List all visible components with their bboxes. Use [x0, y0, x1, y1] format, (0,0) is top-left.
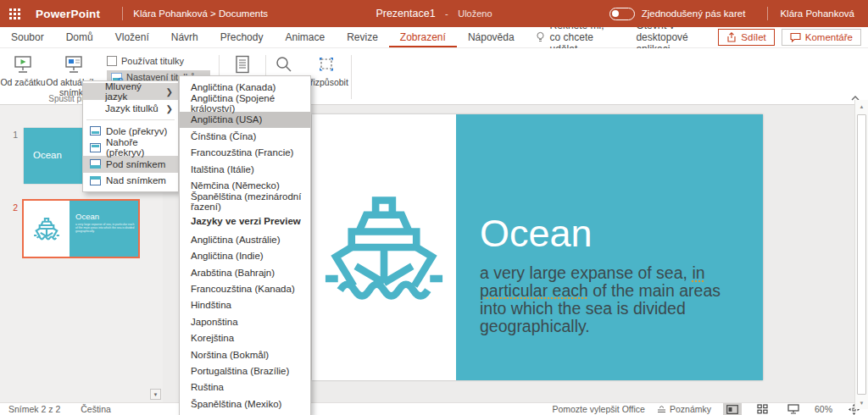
tab-animace[interactable]: Animace [274, 27, 336, 47]
breadcrumb[interactable]: Klára Pohanková > Documents [133, 8, 268, 19]
thumbnail-body-text: a very large expanse of sea, in particul… [75, 223, 135, 234]
language-option[interactable]: Španělština (mezinárodní řazení) [180, 194, 310, 210]
language-option[interactable]: Angličtina (Indie) [180, 248, 310, 264]
slideshow-play-icon [13, 53, 33, 75]
ship-icon [33, 215, 60, 242]
slide-indicator: Snímek 2 z 2 [8, 404, 60, 414]
notes-toggle-label: Poznámky [670, 404, 711, 414]
language-indicator[interactable]: Čeština [81, 404, 111, 414]
share-icon [726, 32, 737, 42]
slide-title[interactable]: Ocean [480, 214, 737, 252]
language-option-selected[interactable]: Angličtina (USA) [180, 112, 310, 128]
submenu-chevron-icon: ❯ [166, 104, 173, 113]
caption-settings-menu: Mluvený jazyk❯ Jazyk titulků❯ Dole (přek… [82, 80, 179, 192]
app-launcher-icon[interactable] [9, 8, 20, 19]
language-option[interactable]: Arabština (Bahrajn) [180, 264, 310, 280]
language-option[interactable]: Norština (Bokmål) [180, 346, 310, 362]
menu-item-below-slide[interactable]: Pod snímkem [83, 156, 178, 173]
language-option[interactable]: Angličtina (Austrálie) [180, 231, 310, 247]
language-option[interactable]: Angličtina (Spojené království) [180, 95, 310, 111]
tab-revize[interactable]: Revize [336, 27, 389, 47]
thumbnail-scroll-down-icon[interactable]: ▼ [150, 389, 161, 400]
from-beginning-label: Od začátku [0, 77, 45, 87]
tab-prechody[interactable]: Přechody [209, 27, 275, 47]
submenu-chevron-icon: ❯ [166, 87, 173, 97]
tab-vlozeni[interactable]: Vložení [104, 27, 160, 47]
spoken-language-submenu: Angličtina (Kanada) Angličtina (Spojené … [179, 75, 311, 415]
menu-item-caption-language[interactable]: Jazyk titulků❯ [83, 100, 178, 117]
language-option[interactable]: Francouzština (Francie) [180, 145, 310, 161]
simplified-ribbon-label: Zjednodušený pás karet [642, 8, 746, 19]
tab-zobrazeni[interactable]: Zobrazení [389, 27, 457, 47]
thumbnail-number: 2 [0, 201, 24, 257]
notes-lines-icon [657, 406, 666, 413]
normal-view-button[interactable] [723, 403, 742, 415]
tab-soubor[interactable]: Soubor [0, 27, 55, 47]
simplified-ribbon-toggle[interactable] [609, 8, 635, 20]
menu-item-above-slide[interactable]: Nad snímkem [83, 173, 178, 190]
comment-icon [790, 32, 801, 42]
slide-sorter-view-button[interactable] [754, 403, 772, 415]
improve-office-link[interactable]: Pomozte vylepšit Office [552, 404, 645, 414]
menu-separator [86, 119, 175, 120]
scrollbar-thumb[interactable] [857, 114, 866, 395]
tab-domu[interactable]: Domů [55, 27, 104, 47]
magnifier-icon [275, 53, 293, 75]
ribbon-group-divider [351, 55, 352, 99]
thumbnail-number: 1 [0, 128, 24, 184]
tab-napoveda[interactable]: Nápověda [457, 27, 526, 47]
scroll-down-icon[interactable]: ▼ [855, 396, 868, 409]
language-option[interactable]: Italština (Itálie) [180, 161, 310, 177]
slide-body-text[interactable]: a very large expanse of sea, in particul… [480, 264, 737, 335]
titlebar-divider [122, 7, 123, 20]
language-option[interactable]: Korejština [180, 329, 310, 346]
preview-languages-header: Jazyky ve verzi Preview [180, 210, 310, 231]
tell-me-box[interactable]: Řekněte mi, co chcete udělat [526, 27, 625, 47]
zoom-level[interactable]: 60% [815, 404, 832, 414]
slideshow-view-button[interactable] [784, 403, 803, 415]
save-status-dash: - [445, 8, 448, 19]
scroll-up-icon[interactable]: ▲ [855, 100, 868, 113]
notes-toggle[interactable]: Poznámky [657, 404, 711, 414]
open-in-desktop-button[interactable]: Otevřít v desktopové aplikaci [624, 27, 718, 47]
slide-thumbnail-2[interactable]: Ocean a very large expanse of sea, in pa… [24, 201, 138, 257]
caption-top-overlay-icon [90, 143, 101, 152]
document-title[interactable]: Prezentace1 [376, 8, 435, 19]
notes-page-icon [235, 53, 250, 75]
comments-button[interactable]: Komentáře [782, 29, 861, 46]
slide-editor[interactable]: Ocean a very large expanse of sea, in pa… [312, 114, 763, 380]
tab-navrh[interactable]: Návrh [160, 27, 209, 47]
share-button[interactable]: Sdílet [718, 29, 774, 46]
menu-item-top-overlaid[interactable]: Nahoře (překryv) [83, 140, 178, 157]
vertical-scrollbar[interactable]: ▲ ▼ [854, 100, 868, 409]
language-option[interactable]: Španělština (Mexiko) [180, 396, 310, 412]
fit-to-window-icon [316, 53, 337, 75]
user-name[interactable]: Klára Pohanková [780, 8, 854, 19]
slideshow-current-icon [64, 53, 84, 75]
language-option[interactable]: Čínština (Čína) [180, 128, 310, 144]
caption-above-slide-icon [90, 176, 101, 185]
caption-bottom-overlay-icon [90, 126, 101, 136]
thumbnail-title: Ocean [75, 212, 138, 221]
ribbon-tab-row: Soubor Domů Vložení Návrh Přechody Anima… [0, 27, 868, 48]
use-captions-checkbox[interactable]: Používat titulky [107, 56, 210, 66]
share-label: Sdílet [741, 32, 765, 42]
ship-icon [321, 185, 447, 310]
from-beginning-button[interactable]: Od začátku [0, 51, 46, 87]
language-option[interactable]: Francouzština (Kanada) [180, 280, 310, 296]
language-option[interactable]: Hindština [180, 297, 310, 313]
thumbnail-title: Ocean [33, 150, 62, 160]
titlebar-divider [767, 7, 768, 20]
save-status[interactable]: Uloženo [458, 8, 492, 19]
comments-label: Komentáře [805, 32, 853, 42]
menu-item-spoken-language[interactable]: Mluvený jazyk❯ [83, 83, 178, 100]
caption-below-slide-icon [90, 159, 101, 169]
lightbulb-icon [536, 31, 545, 43]
slide-image-area[interactable] [312, 114, 456, 380]
checkbox-icon [107, 56, 117, 66]
slide-text-area[interactable]: Ocean a very large expanse of sea, in pa… [456, 114, 763, 380]
app-name: PowerPoint [36, 8, 100, 20]
language-option[interactable]: Portugalština (Brazílie) [180, 362, 310, 379]
language-option[interactable]: Japonština [180, 313, 310, 329]
language-option[interactable]: Ruština [180, 379, 310, 396]
